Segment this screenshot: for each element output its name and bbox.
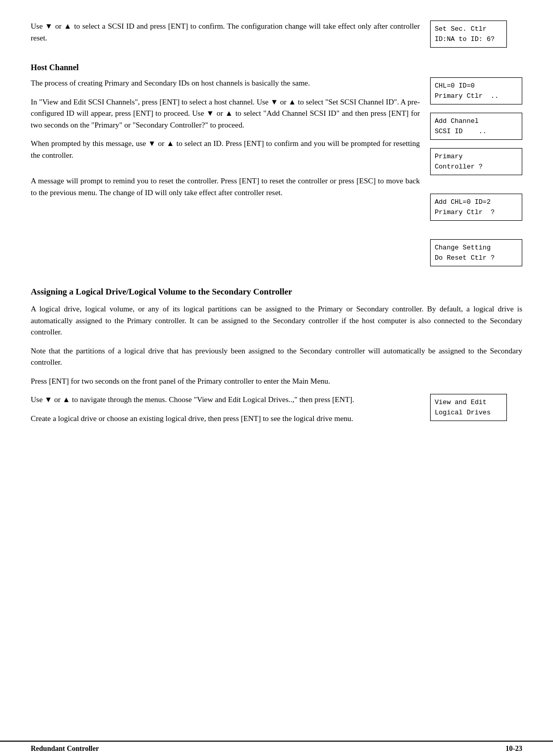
add-chl-id2-box: Add CHL=0 ID=2 Primary Ctlr ? <box>430 194 522 221</box>
host-sidebar-col: CHL=0 ID=0 Primary Ctlr .. Add Channel S… <box>430 77 522 271</box>
top-intro-text: Use ▼ or ▲ to select a SCSI ID and press… <box>31 20 420 53</box>
assign-heading: Assigning a Logical Drive/Logical Volume… <box>31 287 522 297</box>
host-text-col: The process of creating Primary and Seco… <box>31 77 420 271</box>
host-para4: A message will prompt to remind you to r… <box>31 175 420 198</box>
host-channel-heading: Host Channel <box>31 63 522 72</box>
intro-paragraph: Use ▼ or ▲ to select a SCSI ID and press… <box>31 20 420 44</box>
host-layout: The process of creating Primary and Seco… <box>31 77 522 271</box>
chl-id-box: CHL=0 ID=0 Primary Ctlr .. <box>430 77 522 104</box>
page: Use ▼ or ▲ to select a SCSI ID and press… <box>0 0 553 756</box>
host-para1: The process of creating Primary and Seco… <box>31 77 420 89</box>
host-para2: In "View and Edit SCSI Channels", press … <box>31 96 420 131</box>
assign-section: Assigning a Logical Drive/Logical Volume… <box>31 287 522 431</box>
set-sec-ctlr-box: Set Sec. Ctlr ID:NA to ID: 6? <box>430 20 507 48</box>
assign-para4: Use ▼ or ▲ to navigate through the menus… <box>31 394 420 406</box>
assign-para2: Note that the partitions of a logical dr… <box>31 345 522 368</box>
top-section: Use ▼ or ▲ to select a SCSI ID and press… <box>31 20 522 53</box>
assign-para1: A logical drive, logical volume, or any … <box>31 303 522 338</box>
primary-controller-box: Primary Controller ? <box>430 148 522 175</box>
bottom-text-col: Use ▼ or ▲ to navigate through the menus… <box>31 394 420 431</box>
assign-para3: Press [ENT] for two seconds on the front… <box>31 375 522 387</box>
footer-right: 10-23 <box>505 745 522 753</box>
top-box: Set Sec. Ctlr ID:NA to ID: 6? <box>430 20 522 53</box>
bottom-layout: Use ▼ or ▲ to navigate through the menus… <box>31 394 522 431</box>
bottom-sidebar-col: View and Edit Logical Drives <box>430 394 522 431</box>
content-area: Use ▼ or ▲ to select a SCSI ID and press… <box>0 20 553 462</box>
change-setting-box: Change Setting Do Reset Ctlr ? <box>430 239 522 266</box>
host-channel-section: Host Channel The process of creating Pri… <box>31 63 522 271</box>
footer: Redundant Controller 10-23 <box>0 741 553 756</box>
add-channel-box: Add Channel SCSI ID .. <box>430 113 522 140</box>
host-para3: When prompted by this message, use ▼ or … <box>31 138 420 161</box>
footer-left: Redundant Controller <box>31 745 99 753</box>
assign-para5: Create a logical drive or choose an exis… <box>31 413 420 425</box>
view-edit-logical-drives-box: View and Edit Logical Drives <box>430 394 507 421</box>
